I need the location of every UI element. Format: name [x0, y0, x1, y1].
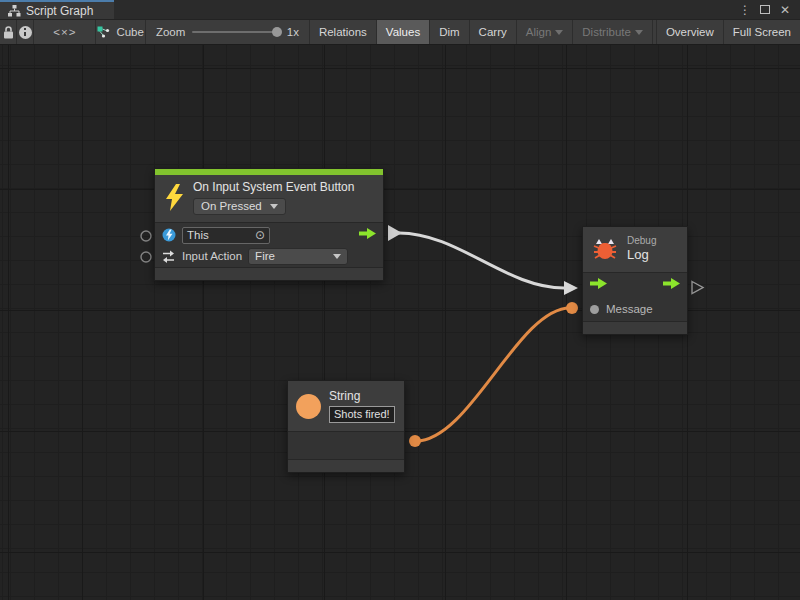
align-button[interactable]: Align [517, 20, 574, 44]
input-action-icon [162, 250, 176, 263]
debug-flow-row [583, 273, 687, 297]
script-graph-window: Script Graph ⋮ ✕ <×> [0, 0, 800, 600]
debug-node-footer [583, 321, 687, 334]
on-input-system-event-button-node[interactable]: On Input System Event Button On Pressed … [154, 168, 384, 281]
this-object-value: This [187, 229, 209, 241]
event-this-input-port[interactable] [141, 231, 151, 241]
overview-label: Overview [666, 26, 714, 38]
debug-flow-input-port[interactable] [590, 276, 607, 294]
event-node-title: On Input System Event Button [193, 180, 354, 194]
graph-target-label: Cube [116, 26, 144, 38]
graph-icon [8, 5, 21, 17]
self-object-icon [162, 228, 176, 242]
chevron-down-icon [270, 204, 278, 209]
string-node-title: String [329, 389, 395, 403]
dim-label: Dim [439, 26, 459, 38]
input-action-value: Fire [255, 250, 275, 262]
info-icon [19, 26, 32, 39]
debug-flow-output-port[interactable] [692, 282, 703, 294]
event-node-footer [155, 267, 383, 280]
event-trigger-output-port[interactable] [359, 226, 376, 244]
debug-node-header: Debug Log [583, 227, 687, 272]
string-node-body [288, 431, 404, 459]
distribute-button[interactable]: Distribute [573, 20, 653, 44]
tab-title: Script Graph [26, 4, 93, 18]
event-action-input-port[interactable] [141, 252, 151, 262]
flow-arrow-icon [663, 277, 680, 290]
value-wire-start-dot [409, 435, 421, 447]
input-action-dropdown[interactable]: Fire [248, 248, 348, 265]
debug-message-row: Message [583, 297, 687, 321]
zoom-slider-handle[interactable] [272, 27, 282, 37]
string-node-footer [288, 459, 404, 472]
zoom-label: Zoom [156, 26, 185, 38]
graph-toolbar: <×> Cube Zoom 1x Relations Values Dim Ca… [0, 19, 800, 45]
value-wire [416, 308, 570, 441]
info-button[interactable] [17, 20, 34, 44]
graph-target-indicator[interactable]: Cube [96, 20, 145, 44]
overview-button[interactable]: Overview [656, 20, 724, 44]
debug-flow-output-arrow[interactable] [663, 276, 680, 294]
maximize-icon[interactable] [758, 4, 772, 16]
zoom-slider[interactable] [192, 31, 279, 33]
zoom-value: 1x [287, 26, 299, 38]
string-literal-node[interactable]: String Shots fired! [287, 380, 405, 473]
window-controls: ⋮ ✕ [738, 0, 800, 19]
chevron-down-icon [555, 30, 563, 35]
event-node-header: On Input System Event Button On Pressed [155, 175, 383, 222]
message-input-port[interactable] [590, 305, 599, 314]
chevron-down-icon [333, 254, 341, 259]
values-button[interactable]: Values [377, 20, 430, 44]
debug-node-body: Message [583, 272, 687, 321]
chevron-down-icon [635, 30, 643, 35]
event-node-body: This ⊙ Input Action [155, 222, 383, 267]
debug-node-title: Log [627, 247, 656, 263]
graph-canvas[interactable]: On Input System Event Button On Pressed … [0, 45, 800, 600]
lock-icon [3, 26, 14, 39]
string-value-field[interactable]: Shots fired! [329, 406, 395, 423]
string-type-icon [296, 394, 321, 419]
lock-button[interactable] [0, 20, 17, 44]
script-graph-asset-icon [97, 26, 110, 38]
full-screen-button[interactable]: Full Screen [724, 20, 800, 44]
code-preview-button[interactable]: <×> [34, 20, 96, 44]
flow-wire-start-arrow [388, 225, 402, 241]
flow-wire-end-arrow [564, 281, 578, 295]
dim-button[interactable]: Dim [430, 20, 469, 44]
title-bar: Script Graph ⋮ ✕ [0, 0, 800, 19]
event-this-row: This ⊙ [155, 223, 383, 245]
flow-arrow-icon [590, 277, 607, 290]
bug-icon [592, 237, 618, 261]
object-picker-icon[interactable]: ⊙ [255, 228, 265, 242]
input-action-label: Input Action [182, 250, 242, 262]
relations-label: Relations [319, 26, 367, 38]
carry-button[interactable]: Carry [470, 20, 517, 44]
full-screen-label: Full Screen [733, 26, 791, 38]
event-mode-value: On Pressed [201, 200, 262, 212]
this-object-field[interactable]: This ⊙ [182, 227, 270, 244]
close-icon[interactable]: ✕ [778, 4, 792, 16]
debug-log-node[interactable]: Debug Log [582, 226, 688, 335]
carry-label: Carry [479, 26, 507, 38]
flow-wire [399, 233, 564, 288]
flow-arrow-icon [359, 227, 376, 240]
align-label: Align [526, 26, 552, 38]
value-wire-end-dot [566, 302, 578, 314]
event-mode-dropdown[interactable]: On Pressed [193, 198, 286, 215]
lightning-icon [164, 184, 185, 211]
code-icon: <×> [53, 26, 76, 38]
debug-node-category: Debug [627, 235, 656, 247]
relations-button[interactable]: Relations [310, 20, 377, 44]
event-action-row: Input Action Fire [155, 245, 383, 267]
distribute-label: Distribute [582, 26, 631, 38]
values-label: Values [386, 26, 420, 38]
message-label: Message [606, 303, 653, 315]
window-menu-icon[interactable]: ⋮ [738, 4, 752, 16]
string-node-header: String Shots fired! [288, 381, 404, 431]
tab-script-graph[interactable]: Script Graph [0, 0, 114, 19]
zoom-control: Zoom 1x [146, 20, 310, 44]
